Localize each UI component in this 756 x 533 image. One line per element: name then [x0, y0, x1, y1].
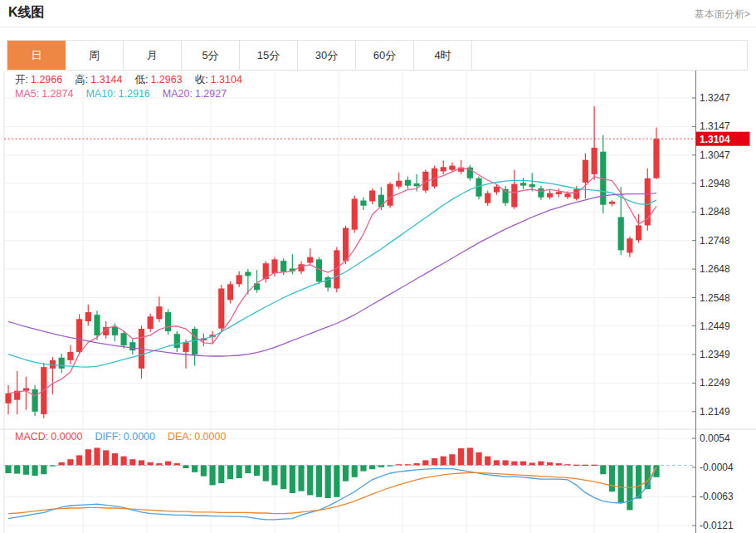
- svg-text:1.3047: 1.3047: [700, 149, 730, 161]
- svg-text:1.2848: 1.2848: [700, 206, 730, 218]
- svg-text:1.2748: 1.2748: [700, 235, 730, 247]
- svg-text:1.2249: 1.2249: [700, 377, 730, 389]
- ma10-line: [8, 180, 656, 367]
- svg-text:1.3104: 1.3104: [700, 134, 730, 145]
- ma-info-row: MA5:1.2874MA10:1.2916MA20:1.2927: [15, 88, 239, 100]
- ohlc-low: 低:1.2963: [134, 74, 182, 86]
- tab-bar: 日周月5分15分30分60分4时: [7, 40, 748, 71]
- tab-60min[interactable]: 60分: [356, 41, 414, 70]
- dea-line: [8, 467, 656, 514]
- macd-dea: DEA:0.0000: [168, 431, 226, 443]
- ohlc-close: 收:1.3104: [195, 74, 242, 86]
- svg-text:-0.0004: -0.0004: [700, 462, 734, 473]
- macd-diff: DIFF:0.0000: [95, 431, 155, 443]
- tab-5min[interactable]: 5分: [182, 41, 240, 70]
- svg-text:1.3147: 1.3147: [700, 120, 730, 132]
- svg-text:-0.0121: -0.0121: [700, 520, 734, 531]
- svg-text:1.2548: 1.2548: [700, 292, 730, 304]
- ma-ma20: MA20:1.2927: [163, 88, 227, 100]
- svg-text:1.3247: 1.3247: [700, 92, 730, 104]
- current-price-tag: 1.3104: [696, 132, 750, 146]
- ohlc-high: 高:1.3144: [75, 74, 122, 86]
- tab-month[interactable]: 月: [124, 41, 182, 70]
- macd-macd: MACD:0.0000: [15, 431, 83, 443]
- svg-text:1.2149: 1.2149: [700, 406, 730, 418]
- svg-text:1.2349: 1.2349: [700, 349, 730, 360]
- ohlc-info-row: 开:1.2966高:1.3144低:1.2963收:1.3104: [15, 74, 255, 86]
- tab-4hour[interactable]: 4时: [414, 41, 472, 70]
- tab-week[interactable]: 周: [66, 41, 124, 70]
- svg-text:1.2648: 1.2648: [700, 263, 730, 275]
- tab-15min[interactable]: 15分: [240, 41, 298, 70]
- ohlc-open: 开:1.2966: [15, 74, 62, 86]
- ma5-line: [8, 168, 656, 396]
- svg-text:1.2948: 1.2948: [700, 178, 730, 189]
- page-title: K线图: [8, 4, 45, 22]
- header-divider: [0, 27, 756, 27]
- svg-text:1.2449: 1.2449: [700, 320, 730, 332]
- svg-text:0.0054: 0.0054: [700, 433, 730, 444]
- ma-ma10: MA10:1.2916: [85, 88, 149, 100]
- svg-text:-0.0063: -0.0063: [700, 491, 734, 502]
- ma-ma5: MA5:1.2874: [15, 88, 73, 100]
- tab-30min[interactable]: 30分: [298, 41, 356, 70]
- diff-line: [8, 467, 656, 520]
- macd-info-row: MACD:0.0000DIFF:0.0000DEA:0.0000: [15, 431, 238, 443]
- fundamental-analysis-link[interactable]: 基本面分析>: [695, 7, 750, 22]
- candles-layer: [5, 106, 659, 418]
- tab-bar-filler: [472, 41, 747, 70]
- tab-day[interactable]: 日: [7, 41, 66, 70]
